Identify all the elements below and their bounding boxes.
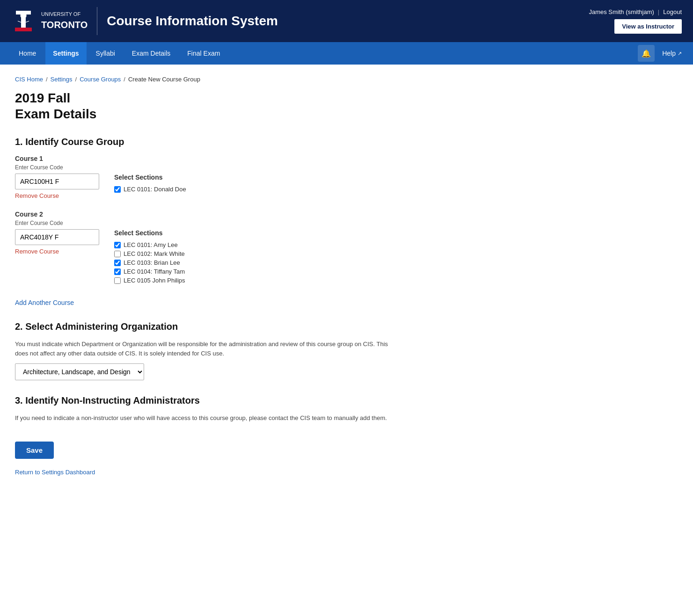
breadcrumb-settings[interactable]: Settings <box>51 76 73 83</box>
return-to-settings-link[interactable]: Return to Settings Dashboard <box>15 469 95 476</box>
course2-section-checkbox-5[interactable] <box>114 277 121 284</box>
save-button[interactable]: Save <box>15 442 54 459</box>
breadcrumb-sep-1: / <box>46 76 48 83</box>
section3-heading: 3. Identify Non-Instructing Administrato… <box>15 395 406 406</box>
course1-row: Remove Course Select Sections LEC 0101: … <box>15 174 406 199</box>
course2-input[interactable] <box>15 229 99 245</box>
add-another-course-link[interactable]: Add Another Course <box>15 299 74 306</box>
course2-remove-link[interactable]: Remove Course <box>15 248 99 255</box>
course1-section-label-1: LEC 0101: Donald Doe <box>124 186 186 193</box>
nav-item-final-exam[interactable]: Final Exam <box>180 42 227 65</box>
breadcrumb-cis-home[interactable]: CIS Home <box>15 76 43 83</box>
course2-section-item-4: LEC 0104: Tiffany Tam <box>114 268 185 275</box>
nav-item-settings[interactable]: Settings <box>45 42 86 65</box>
section-identify-course-group: 1. Identify Course Group Course 1 Enter … <box>15 137 406 306</box>
course2-row: Remove Course Select Sections LEC 0101: … <box>15 229 406 284</box>
section2-heading: 2. Select Administering Organization <box>15 321 406 332</box>
help-label: Help <box>662 50 676 57</box>
section-admin-org: 2. Select Administering Organization You… <box>15 321 406 380</box>
user-name: James Smith (smithjam) <box>589 8 654 15</box>
course2-section-label-1: LEC 0101: Amy Lee <box>124 241 178 248</box>
course1-sections-col: Select Sections LEC 0101: Donald Doe <box>114 174 186 193</box>
course2-section-label-4: LEC 0104: Tiffany Tam <box>124 268 185 275</box>
course2-section-item-5: LEC 0105 John Philips <box>114 277 185 284</box>
help-link[interactable]: Help ↗ <box>662 50 682 57</box>
breadcrumb-sep-2: / <box>75 76 77 83</box>
section2-description: You must indicate which Department or Or… <box>15 340 399 358</box>
notifications-button[interactable]: 🔔 <box>638 45 655 62</box>
user-info: James Smith (smithjam) | Logout <box>589 8 682 15</box>
course2-section-checkbox-4[interactable] <box>114 268 121 275</box>
course2-section-label-5: LEC 0105 John Philips <box>124 277 185 284</box>
header-right: James Smith (smithjam) | Logout View as … <box>589 8 682 34</box>
top-header: UNIVERSITY OF TORONTO Course Information… <box>0 0 693 42</box>
nav-item-syllabi[interactable]: Syllabi <box>88 42 123 65</box>
org-select[interactable]: Architecture, Landscape, and Design Arts… <box>15 363 144 380</box>
logo-text: UNIVERSITY OF TORONTO <box>41 11 88 31</box>
logo-area: UNIVERSITY OF TORONTO <box>11 7 97 35</box>
course2-section-item-1: LEC 0101: Amy Lee <box>114 241 185 248</box>
nav-item-exam-details[interactable]: Exam Details <box>124 42 178 65</box>
nav-item-home[interactable]: Home <box>11 42 44 65</box>
page-title: 2019 Fall Exam Details <box>15 90 406 122</box>
course1-section-checkbox-1[interactable] <box>114 186 121 193</box>
logout-link[interactable]: Logout <box>663 8 682 15</box>
course1-remove-link[interactable]: Remove Course <box>15 192 99 199</box>
course2-label: Course 2 <box>15 210 406 218</box>
system-title: Course Information System <box>107 14 589 29</box>
breadcrumb-course-groups[interactable]: Course Groups <box>80 76 121 83</box>
nav-items: Home Settings Syllabi Exam Details Final… <box>11 42 638 65</box>
course1-sections-label: Select Sections <box>114 174 186 181</box>
course2-section-checkbox-1[interactable] <box>114 242 121 248</box>
separator: | <box>658 8 659 15</box>
course2-input-col: Remove Course <box>15 229 99 255</box>
view-instructor-button[interactable]: View as Instructor <box>614 19 682 34</box>
nav-bar: Home Settings Syllabi Exam Details Final… <box>0 42 693 65</box>
course2-section-item-2: LEC 0102: Mark White <box>114 250 185 257</box>
uoft-logo <box>11 7 36 35</box>
course1-sublabel: Enter Course Code <box>15 164 406 171</box>
breadcrumb: CIS Home / Settings / Course Groups / Cr… <box>15 76 406 83</box>
course1-label: Course 1 <box>15 155 406 162</box>
course1-section-item-1: LEC 0101: Donald Doe <box>114 186 186 193</box>
course2-section-checkbox-3[interactable] <box>114 260 121 266</box>
breadcrumb-current: Create New Course Group <box>128 76 200 83</box>
course1-input-col: Remove Course <box>15 174 99 199</box>
course2-section-label-3: LEC 0103: Brian Lee <box>124 259 180 266</box>
course2-section-checkbox-2[interactable] <box>114 251 121 257</box>
course2-sublabel: Enter Course Code <box>15 220 406 226</box>
course2-section-label-2: LEC 0102: Mark White <box>124 250 185 257</box>
section1-heading: 1. Identify Course Group <box>15 137 406 147</box>
footer-actions: Save Return to Settings Dashboard <box>15 442 406 476</box>
course2-section-item-3: LEC 0103: Brian Lee <box>114 259 185 266</box>
course1-block: Course 1 Enter Course Code Remove Course… <box>15 155 406 199</box>
nav-right: 🔔 Help ↗ <box>638 45 682 62</box>
course2-sections-col: Select Sections LEC 0101: Amy Lee LEC 01… <box>114 229 185 284</box>
breadcrumb-sep-3: / <box>124 76 125 83</box>
section-non-instr-admins: 3. Identify Non-Instructing Administrato… <box>15 395 406 423</box>
course2-block: Course 2 Enter Course Code Remove Course… <box>15 210 406 284</box>
external-link-icon: ↗ <box>678 51 682 57</box>
section3-description: If you need to indicate a non-instructor… <box>15 413 399 423</box>
bell-icon: 🔔 <box>642 49 651 58</box>
main-content: CIS Home / Settings / Course Groups / Cr… <box>0 65 421 498</box>
course1-input[interactable] <box>15 174 99 189</box>
course2-sections-label: Select Sections <box>114 229 185 237</box>
